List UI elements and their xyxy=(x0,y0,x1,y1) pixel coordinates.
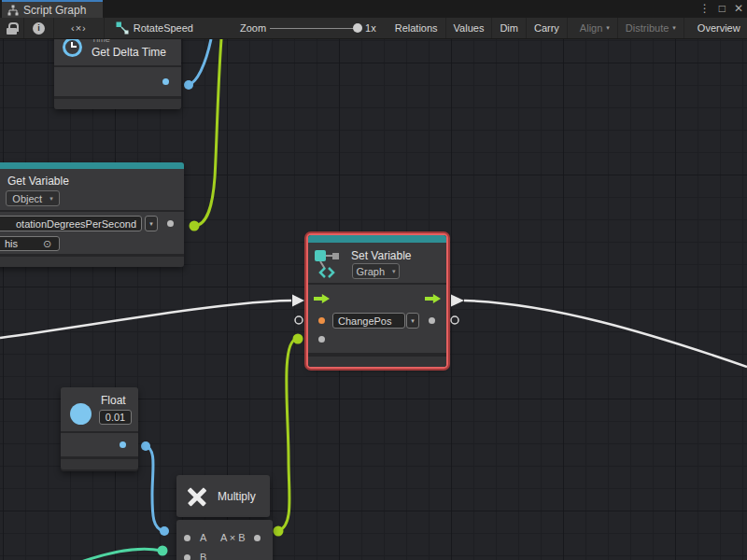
graph-toolbar: ‹×› RotateSpeed Zoom 1x Relations Values… xyxy=(0,18,747,39)
variable-name-dropdown[interactable]: ▾ xyxy=(406,313,419,329)
wire-multiply-to-setvariable[interactable] xyxy=(278,339,297,531)
lock-icon xyxy=(7,22,17,35)
node-float[interactable]: Float 0.01 xyxy=(61,387,138,471)
info-icon xyxy=(33,22,45,35)
output-port[interactable] xyxy=(254,535,261,541)
node-accent-strip xyxy=(0,162,184,169)
code-view-button[interactable]: ‹×› xyxy=(54,18,105,38)
graph-name: RotateSpeed xyxy=(134,22,193,34)
node-get-delta-time[interactable]: Time Get Delta Time xyxy=(54,39,181,109)
value-output-port[interactable] xyxy=(429,317,435,324)
wire-to-multiply-b[interactable] xyxy=(78,549,162,560)
script-graph-icon xyxy=(7,5,19,16)
align-button[interactable]: Align ▾ xyxy=(572,18,618,38)
object-picker-icon[interactable]: ⊙ xyxy=(43,238,51,250)
wire-arrowhead-out xyxy=(451,295,464,307)
node-title: Float xyxy=(101,394,126,407)
node-body: A A × B B xyxy=(176,520,273,560)
zoom-slider-thumb[interactable] xyxy=(353,23,362,33)
wire-flow-in[interactable] xyxy=(0,301,291,338)
wire-get-variable[interactable] xyxy=(194,39,221,226)
variable-scope-dropdown[interactable]: Graph ▾ xyxy=(352,263,400,279)
node-multiply[interactable]: Multiply A A × B B xyxy=(176,475,273,560)
chevron-down-icon: ▾ xyxy=(411,317,415,325)
wire-flow-out[interactable] xyxy=(464,301,747,367)
maximize-icon[interactable]: □ xyxy=(719,0,726,18)
unity-script-graph-window: Script Graph ⋮ □ ✕ ‹×› RotateSpeed Zoom xyxy=(0,0,747,560)
node-body xyxy=(61,433,138,456)
node-get-variable[interactable]: Get Variable Object ▾ otationDegreesPerS… xyxy=(0,162,184,267)
info-button[interactable] xyxy=(24,18,54,38)
input-port-a[interactable] xyxy=(184,535,190,541)
window-controls: ⋮ □ ✕ xyxy=(699,0,743,18)
port-ring-right[interactable] xyxy=(451,316,458,324)
overview-button[interactable]: Overview xyxy=(690,18,747,38)
variable-scope-dropdown[interactable]: Object ▾ xyxy=(6,190,60,206)
port-label-b: B xyxy=(200,552,206,560)
node-header: Float 0.01 xyxy=(61,387,138,431)
graph-reference[interactable]: RotateSpeed xyxy=(105,18,199,38)
input-port-b[interactable] xyxy=(184,554,190,560)
float-value-field[interactable]: 0.01 xyxy=(99,410,132,425)
variable-name-port[interactable] xyxy=(318,317,325,324)
wire-float-to-multiply[interactable] xyxy=(146,446,163,531)
output-port[interactable] xyxy=(162,78,169,85)
relations-button[interactable]: Relations xyxy=(388,18,446,38)
node-accent-strip xyxy=(308,235,446,243)
variable-name-dropdown[interactable]: ▾ xyxy=(145,216,158,231)
chevron-down-icon: ▾ xyxy=(392,268,396,275)
multiply-icon xyxy=(185,484,209,509)
variable-name-field[interactable]: ChangePos xyxy=(332,313,405,329)
clock-icon xyxy=(63,39,82,57)
node-category: Time xyxy=(92,39,110,44)
wire-end-ball xyxy=(190,221,200,231)
node-footer xyxy=(308,357,446,367)
node-title: Get Variable xyxy=(7,175,69,188)
wire-delta-time[interactable] xyxy=(189,39,211,85)
lock-button[interactable] xyxy=(0,18,24,38)
tab-bar: Script Graph ⋮ □ ✕ xyxy=(0,0,747,18)
graph-canvas[interactable]: Time Get Delta Time Get Variable Object … xyxy=(0,39,747,560)
node-body: otationDegreesPerSecond ▾ his ⊙ xyxy=(0,212,184,254)
wire-end-ball xyxy=(293,334,303,344)
flow-output-port[interactable] xyxy=(425,293,441,304)
flow-input-port[interactable] xyxy=(314,293,330,304)
node-footer xyxy=(0,257,184,267)
wire-end-ball xyxy=(274,526,284,537)
window-menu-icon[interactable]: ⋮ xyxy=(699,0,711,18)
wire-end-ball xyxy=(158,546,168,556)
node-set-variable[interactable]: Set Variable Graph ▾ ChangePos ▾ xyxy=(308,235,446,367)
values-button[interactable]: Values xyxy=(446,18,493,38)
node-header: Multiply xyxy=(176,475,270,517)
carry-button[interactable]: Carry xyxy=(527,18,568,38)
port-ring-left[interactable] xyxy=(295,316,303,324)
chevron-down-icon: ▾ xyxy=(49,195,53,203)
node-footer xyxy=(61,459,138,469)
node-title: Multiply xyxy=(218,490,256,503)
chevron-down-icon: ▾ xyxy=(672,24,676,32)
zoom-group: Zoom 1x xyxy=(234,18,382,38)
zoom-label: Zoom xyxy=(240,22,266,34)
output-port[interactable] xyxy=(120,441,126,448)
wire-end-ball xyxy=(184,80,193,90)
distribute-button[interactable]: Distribute ▾ xyxy=(618,18,684,38)
close-icon[interactable]: ✕ xyxy=(734,0,743,18)
node-title: Set Variable xyxy=(351,249,411,262)
tab-script-graph[interactable]: Script Graph xyxy=(2,0,103,18)
node-header: Set Variable Graph ▾ xyxy=(308,243,446,283)
value-input-port[interactable] xyxy=(318,336,325,343)
dim-button[interactable]: Dim xyxy=(492,18,527,38)
port-label-result: A × B xyxy=(220,532,246,543)
graph-asset-icon xyxy=(116,21,129,35)
node-body xyxy=(54,67,181,96)
wire-end-ball xyxy=(160,526,169,536)
zoom-value: 1x xyxy=(365,22,376,34)
variable-name-field[interactable]: otationDegreesPerSecond xyxy=(0,216,142,231)
node-footer xyxy=(54,99,181,109)
chevron-down-icon: ▾ xyxy=(149,220,153,228)
tab-title: Script Graph xyxy=(23,4,86,17)
value-output-port[interactable] xyxy=(167,220,174,227)
set-variable-icon xyxy=(313,247,345,279)
zoom-slider[interactable] xyxy=(270,28,359,29)
wire-end-ball xyxy=(141,441,150,451)
